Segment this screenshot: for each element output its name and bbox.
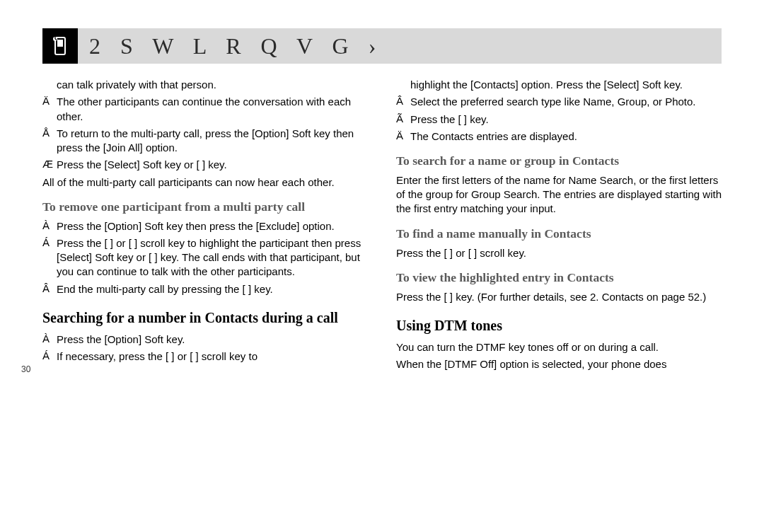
body-text: You can turn the DTMF key tones off or o… — [396, 340, 722, 354]
bullet-marker: À — [42, 219, 57, 233]
header-title-box: 2 S W L R Q V G › — [78, 28, 722, 64]
bullet-text: The Contacts entries are displayed. — [410, 129, 722, 144]
list-item: Á If necessary, press the [ ] or [ ] scr… — [42, 349, 368, 364]
sub-heading-view-highlighted-entry: To view the highlighted entry in Contact… — [396, 270, 722, 286]
bullet-marker: Â — [396, 95, 410, 109]
body-text: highlight the [Contacts] option. Press t… — [396, 78, 722, 92]
bullet-marker: Á — [42, 349, 57, 364]
list-item: Æ Press the [Select] Soft key or [ ] key… — [42, 158, 368, 172]
list-item: Ä The other participants can continue th… — [42, 95, 368, 124]
list-item: Å To return to the multi-party call, pre… — [42, 127, 368, 156]
bullet-text: Press the [ ] key. — [410, 112, 722, 127]
list-item: Â Select the preferred search type like … — [396, 95, 722, 109]
body-text: Enter the first letters of the name for … — [396, 173, 722, 216]
header-title: 2 S W L R Q V G › — [89, 33, 383, 59]
sub-heading-find-name-manually: To find a name manually in Contacts — [396, 226, 722, 242]
bullet-text: To return to the multi-party call, press… — [57, 127, 368, 156]
list-item: Ã Press the [ ] key. — [396, 112, 722, 127]
bullet-text: Press the [Option] Soft key. — [57, 332, 368, 347]
body-text: can talk privately with that person. — [42, 78, 368, 92]
page: 2 S W L R Q V G › can talk privately wit… — [0, 0, 764, 395]
list-item: Ä The Contacts entries are displayed. — [396, 129, 722, 144]
header-bar: 2 S W L R Q V G › — [42, 28, 722, 64]
left-column: can talk privately with that person. Ä T… — [42, 78, 368, 374]
body-text: When the [DTMF Off] option is selected, … — [396, 357, 722, 371]
bullet-text: Press the [Option] Soft key then press t… — [57, 219, 368, 233]
bullet-marker: Æ — [42, 158, 57, 172]
header-icon-box — [42, 28, 78, 64]
right-column: highlight the [Contacts] option. Press t… — [396, 78, 722, 374]
sub-heading-remove-participant: To remove one participant from a multi p… — [42, 200, 368, 215]
bullet-text: End the multi-party call by pressing the… — [57, 282, 368, 296]
list-item: À Press the [Option] Soft key then press… — [42, 219, 368, 233]
bullet-marker: Ä — [396, 129, 410, 144]
content-area: can talk privately with that person. Ä T… — [42, 78, 722, 374]
page-number: 30 — [21, 364, 30, 374]
bullet-text: The other participants can continue the … — [57, 95, 368, 124]
list-item: Â End the multi-party call by pressing t… — [42, 282, 368, 296]
body-text: Press the [ ] or [ ] scroll key. — [396, 246, 722, 260]
bullet-marker: Â — [42, 282, 57, 296]
section-heading-using-dtmf-tones: Using DTM tones — [396, 317, 722, 335]
bullet-text: Select the preferred search type like Na… — [410, 95, 722, 109]
list-item: À Press the [Option] Soft key. — [42, 332, 368, 347]
list-item: Á Press the [ ] or [ ] scroll key to hig… — [42, 236, 368, 279]
bullet-text: Press the [Select] Soft key or [ ] key. — [57, 158, 368, 172]
bullet-text: Press the [ ] or [ ] scroll key to highl… — [57, 236, 368, 279]
bullet-marker: Ã — [396, 112, 410, 127]
bullet-text: If necessary, press the [ ] or [ ] scrol… — [57, 349, 368, 364]
section-heading-searching-contacts: Searching for a number in Contacts durin… — [42, 309, 368, 327]
bullet-marker: Ä — [42, 95, 57, 124]
body-text: Press the [ ] key. (For further details,… — [396, 290, 722, 304]
bullet-marker: À — [42, 332, 57, 347]
sub-heading-search-name-group: To search for a name or group in Contact… — [396, 154, 722, 169]
bullet-marker: Å — [42, 127, 57, 156]
body-text: All of the multi-party call participants… — [42, 175, 368, 190]
phone-icon — [51, 35, 69, 57]
bullet-marker: Á — [42, 236, 57, 279]
svg-rect-1 — [57, 40, 63, 47]
